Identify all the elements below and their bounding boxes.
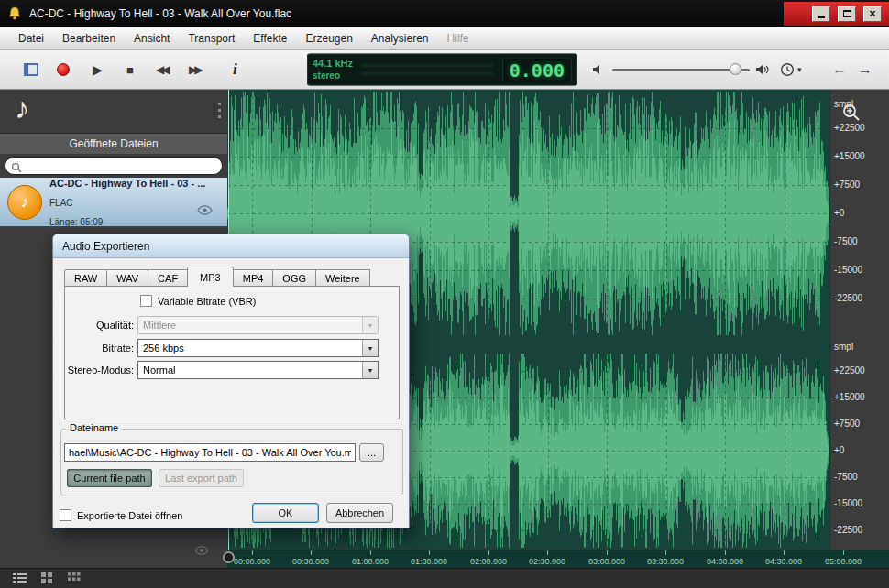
tab-weitere[interactable]: Weitere — [316, 269, 370, 287]
play-button[interactable]: ▶ — [93, 63, 103, 76]
last-export-path-button[interactable]: Last export path — [159, 469, 244, 487]
window-controls: × — [784, 2, 889, 26]
selection-tool-icon[interactable] — [24, 63, 38, 76]
tab-raw[interactable]: RAW — [64, 269, 107, 287]
scale-label: +22500 — [834, 124, 865, 133]
info-button[interactable]: i — [233, 60, 237, 79]
channel-mode-label: stereo — [313, 71, 353, 82]
timeline-label: 00:00.000 — [234, 557, 270, 566]
app-window: AC-DC - Highway To Hell - 03 - Walk All … — [0, 0, 889, 588]
timeline-label: 03:30.000 — [647, 557, 684, 566]
timeline-label: 02:00.000 — [470, 557, 507, 566]
scale-label: +15000 — [834, 393, 865, 402]
menu-hilfe: Hilfe — [438, 28, 478, 49]
minimize-button[interactable] — [812, 6, 830, 22]
chevron-down-icon: ▼ — [362, 317, 378, 333]
dialog-titlebar[interactable]: Audio Exportieren — [53, 234, 409, 258]
vbr-checkbox-label[interactable]: Variable Bitrate (VBR) — [158, 296, 256, 307]
rewind-button[interactable]: ◀◀ — [156, 64, 167, 75]
scale-label: -22500 — [834, 294, 862, 303]
scale-label: -7500 — [834, 237, 858, 246]
music-note-icon: ♪ — [15, 92, 29, 125]
scale-label: +7500 — [834, 180, 860, 190]
format-readout: 44.1 kHz stereo — [313, 58, 353, 82]
statusbar — [0, 568, 889, 588]
volume-slider-thumb[interactable] — [730, 63, 741, 75]
minimize-icon — [818, 16, 825, 18]
stop-button[interactable]: ■ — [126, 64, 134, 76]
tab-caf[interactable]: CAF — [148, 269, 188, 287]
timeline-label: 04:30.000 — [765, 557, 802, 566]
scale-label: -15000 — [834, 499, 862, 508]
menu-datei[interactable]: Datei — [9, 28, 53, 49]
scale-label: +22500 — [834, 366, 865, 376]
toolbar: ▶ ■ ◀◀ ▶▶ i 44.1 kHz stereo 0.000 ▾ ← → — [0, 50, 889, 90]
vbr-checkbox[interactable] — [140, 295, 152, 307]
bitrate-label: Bitrate: — [53, 343, 134, 354]
ok-button[interactable]: OK — [252, 503, 319, 523]
close-button[interactable]: × — [863, 6, 882, 22]
chevron-down-icon: ▼ — [362, 340, 378, 356]
browse-button[interactable]: ... — [359, 443, 384, 462]
stereo-mode-label: Stereo-Modus: — [53, 365, 134, 376]
menu-erzeugen[interactable]: Erzeugen — [296, 28, 361, 49]
timeline-label: 03:00.000 — [588, 557, 625, 566]
tab-mp4[interactable]: MP4 — [234, 269, 274, 287]
scale-label: smpl — [834, 343, 853, 352]
format-tabs: RAW WAV CAF MP3 MP4 OGG Weitere — [64, 267, 370, 287]
volume-low-icon[interactable] — [592, 64, 604, 75]
eye-visibility-icon[interactable] — [197, 202, 213, 219]
tab-mp3[interactable]: MP3 — [187, 267, 234, 287]
quality-value: Mittlere — [138, 320, 362, 331]
open-exported-label[interactable]: Exportierte Datei öffnen — [77, 510, 182, 521]
tab-wav[interactable]: WAV — [107, 269, 148, 287]
menu-bearbeiten[interactable]: Bearbeiten — [53, 28, 125, 49]
quality-label: Qualität: — [53, 320, 134, 331]
timeline-label: 01:00.000 — [352, 557, 389, 566]
record-button[interactable] — [57, 63, 70, 76]
scale-label: +0 — [834, 209, 844, 218]
redo-forward-button[interactable]: → — [858, 61, 873, 78]
scale-label: -7500 — [834, 473, 858, 482]
timeline-ruler[interactable]: 00:00.000 00:30.000 01:00.000 01:30.000 … — [227, 550, 889, 568]
sample-rate-label: 44.1 kHz — [313, 58, 353, 71]
detail-list-view-icon[interactable] — [13, 571, 27, 587]
maximize-button[interactable] — [838, 6, 856, 22]
file-length: Länge: 05:09 — [49, 217, 103, 227]
volume-high-icon[interactable] — [755, 64, 770, 75]
time-format-dropdown[interactable]: ▾ — [780, 62, 802, 77]
thumbnail-view-icon[interactable] — [68, 571, 81, 587]
open-exported-checkbox[interactable] — [60, 509, 71, 521]
menu-transport[interactable]: Transport — [179, 28, 244, 49]
filename-input[interactable] — [64, 443, 356, 462]
scale-label: smpl — [834, 100, 853, 109]
close-icon: × — [869, 8, 875, 19]
export-dialog: Audio Exportieren RAW WAV CAF MP3 MP4 OG… — [52, 234, 410, 528]
chevron-down-icon: ▼ — [362, 362, 378, 378]
bitrate-select[interactable]: 256 kbps ▼ — [137, 339, 379, 357]
panel-splitter-handle[interactable] — [218, 103, 221, 121]
undo-back-button[interactable]: ← — [832, 61, 847, 78]
audio-file-icon: ♪ — [7, 185, 42, 220]
timeline-label: 00:30.000 — [292, 557, 329, 566]
timeline-label: 01:30.000 — [411, 557, 447, 566]
menubar: Datei Bearbeiten Ansicht Transport Effek… — [0, 27, 889, 50]
stereo-mode-select[interactable]: Normal ▼ — [137, 361, 379, 379]
chevron-down-icon: ▾ — [797, 65, 802, 74]
current-file-path-button[interactable]: Current file path — [67, 469, 152, 487]
quality-select: Mittlere ▼ — [137, 316, 379, 334]
level-meter — [362, 64, 493, 76]
cancel-button[interactable]: Abbrechen — [326, 503, 393, 523]
menu-analysieren[interactable]: Analysieren — [362, 28, 438, 49]
menu-ansicht[interactable]: Ansicht — [125, 28, 179, 49]
eye-icon[interactable] — [194, 542, 209, 559]
search-input[interactable] — [5, 157, 223, 175]
tab-ogg[interactable]: OGG — [273, 269, 316, 287]
file-format: FLAC — [49, 198, 73, 208]
fast-forward-button[interactable]: ▶▶ — [189, 64, 200, 75]
menu-effekte[interactable]: Effekte — [244, 28, 296, 49]
volume-slider[interactable] — [612, 63, 750, 76]
grid-view-icon[interactable] — [41, 571, 53, 587]
file-list-item[interactable]: ♪ AC-DC - Highway To Hell - 03 - ... FLA… — [0, 178, 227, 227]
app-bell-icon — [7, 6, 22, 21]
